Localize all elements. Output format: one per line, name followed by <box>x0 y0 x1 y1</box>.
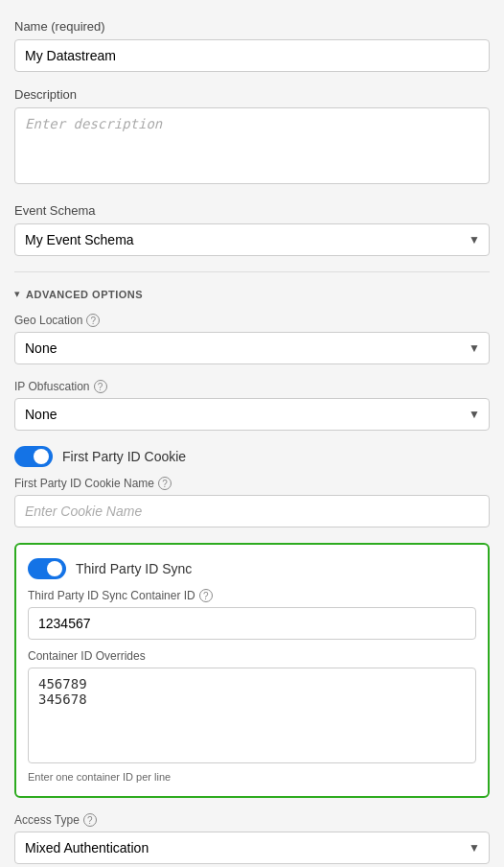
event-schema-select-wrapper: My Event Schema ▼ <box>14 223 490 256</box>
third-party-section: Third Party ID Sync Third Party ID Sync … <box>14 543 490 798</box>
name-input[interactable] <box>14 39 490 72</box>
name-label: Name (required) <box>14 19 490 34</box>
ip-obfuscation-label-row: IP Obfuscation ? <box>14 380 490 393</box>
ip-obfuscation-select[interactable]: None <box>14 398 490 431</box>
description-field-group: Description <box>14 87 490 188</box>
third-party-toggle-row: Third Party ID Sync <box>28 558 476 579</box>
first-party-field-group: First Party ID Cookie First Party ID Coo… <box>14 446 490 527</box>
event-schema-label: Event Schema <box>14 203 490 218</box>
ip-obfuscation-label: IP Obfuscation <box>14 380 90 393</box>
geo-location-select-wrapper: None ▼ <box>14 332 490 364</box>
first-party-cookie-name-label-row: First Party ID Cookie Name ? <box>14 477 490 490</box>
geo-location-label-row: Geo Location ? <box>14 314 490 327</box>
first-party-cookie-name-help-icon[interactable]: ? <box>158 477 172 490</box>
first-party-toggle[interactable] <box>14 446 53 467</box>
event-schema-field-group: Event Schema My Event Schema ▼ <box>14 203 490 256</box>
advanced-options-toggle[interactable]: ▾ ADVANCED OPTIONS <box>14 288 490 300</box>
third-party-slider <box>28 558 66 579</box>
container-id-overrides-textarea[interactable] <box>28 668 476 763</box>
ip-obfuscation-help-icon[interactable]: ? <box>94 380 107 393</box>
chevron-down-icon: ▾ <box>14 288 20 300</box>
ip-obfuscation-select-wrapper: None ▼ <box>14 398 490 431</box>
name-field-group: Name (required) <box>14 19 490 72</box>
third-party-toggle[interactable] <box>28 558 66 579</box>
access-type-field-group: Access Type ? Mixed Authentication ▼ <box>14 813 490 864</box>
access-type-select[interactable]: Mixed Authentication <box>14 832 490 864</box>
geo-location-field-group: Geo Location ? None ▼ <box>14 314 490 364</box>
event-schema-select[interactable]: My Event Schema <box>14 223 490 256</box>
description-textarea[interactable] <box>14 107 490 184</box>
third-party-container-id-help-icon[interactable]: ? <box>199 589 213 602</box>
description-label: Description <box>14 87 490 102</box>
third-party-label: Third Party ID Sync <box>76 561 192 576</box>
access-type-select-wrapper: Mixed Authentication ▼ <box>14 832 490 864</box>
access-type-label-row: Access Type ? <box>14 813 490 827</box>
first-party-slider <box>14 446 53 467</box>
third-party-container-id-input[interactable] <box>28 607 476 640</box>
container-id-overrides-label: Container ID Overrides <box>28 649 476 663</box>
third-party-container-id-label-row: Third Party ID Sync Container ID ? <box>28 589 476 602</box>
geo-location-help-icon[interactable]: ? <box>86 314 100 327</box>
first-party-cookie-name-input[interactable] <box>14 495 490 527</box>
geo-location-select[interactable]: None <box>14 332 490 364</box>
ip-obfuscation-field-group: IP Obfuscation ? None ▼ <box>14 380 490 431</box>
first-party-label: First Party ID Cookie <box>62 449 186 464</box>
access-type-label: Access Type <box>14 813 80 827</box>
advanced-options-label: ADVANCED OPTIONS <box>26 289 143 300</box>
geo-location-label: Geo Location <box>14 314 82 327</box>
first-party-cookie-name-label: First Party ID Cookie Name <box>14 477 154 490</box>
divider <box>14 271 490 272</box>
access-type-help-icon[interactable]: ? <box>83 813 97 827</box>
container-id-hint: Enter one container ID per line <box>28 771 476 783</box>
first-party-toggle-row: First Party ID Cookie <box>14 446 490 467</box>
third-party-container-id-label: Third Party ID Sync Container ID <box>28 589 195 602</box>
